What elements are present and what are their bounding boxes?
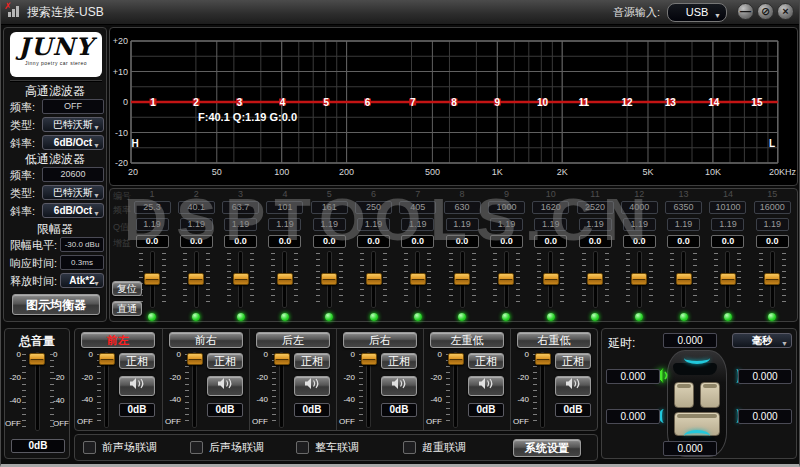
eq-band-gain-input[interactable]: 0.0 [667,235,700,248]
eq-band-gain-input[interactable]: 0.0 [180,235,213,248]
delay-rear-left-input[interactable]: 0.000 [606,409,660,424]
eq-band-slider[interactable] [587,273,603,285]
eq-band-slider[interactable] [233,273,249,285]
channel-label-button[interactable]: 左重低 [430,332,504,348]
eq-band-gain-input[interactable]: 0.0 [446,235,479,248]
eq-band-freq-input[interactable]: 161 [311,201,348,214]
delay-left-input[interactable]: 0.000 [606,369,660,384]
eq-band-freq-input[interactable]: 16000 [754,201,791,214]
checkbox[interactable] [83,441,96,454]
eq-band-freq-input[interactable]: 405 [399,201,436,214]
phase-button[interactable]: 正相 [468,353,504,369]
eq-band-gain-input[interactable]: 0.0 [136,235,169,248]
eq-band-freq-input[interactable]: 250 [355,201,392,214]
close-button[interactable]: × [777,3,794,20]
eq-band-q-input[interactable]: 1.19 [357,218,390,231]
delay-sub-input[interactable]: 0.000 [663,441,717,456]
eq-band-gain-input[interactable]: 0.0 [313,235,346,248]
eq-band-slider[interactable] [764,273,780,285]
mute-button[interactable] [119,376,155,396]
eq-band-q-input[interactable]: 1.19 [136,218,169,231]
channel-label-button[interactable]: 前右 [169,332,243,348]
channel-label-button[interactable]: 右重低 [517,332,591,348]
link-checkbox-1[interactable]: 前声场联调 [83,440,157,456]
hpf-type-dropdown[interactable]: 巴特沃斯▼ [42,117,104,132]
eq-band-slider[interactable] [676,273,692,285]
phase-button[interactable]: 正相 [555,353,591,369]
eq-band-gain-input[interactable]: 0.0 [534,235,567,248]
delay-unit-dropdown[interactable]: 毫秒 ▼ [732,333,792,348]
eq-band-slider[interactable] [498,273,514,285]
eq-band-freq-input[interactable]: 40.1 [178,201,215,214]
speaker-rear-left-icon[interactable] [659,409,669,423]
hpf-slope-dropdown[interactable]: 6dB/Oct▼ [42,135,104,150]
eq-band-slider[interactable] [188,273,204,285]
channel-label-button[interactable]: 前左 [81,332,155,348]
eq-band-freq-input[interactable]: 630 [444,201,481,214]
phase-button[interactable]: 正相 [207,353,243,369]
eq-band-q-input[interactable]: 1.19 [711,218,744,231]
channel-volume-slider[interactable] [535,353,551,365]
checkbox[interactable] [190,441,203,454]
graphic-eq-button[interactable]: 图示均衡器 [12,294,100,315]
delay-right-input[interactable]: 0.000 [738,369,792,384]
eq-band-slider[interactable] [410,273,426,285]
checkbox[interactable] [296,441,309,454]
eq-band-freq-input[interactable]: 25.3 [134,201,171,214]
channel-volume-slider[interactable] [448,353,464,365]
eq-band-slider[interactable] [144,273,160,285]
eq-band-gain-input[interactable]: 0.0 [490,235,523,248]
eq-band-freq-input[interactable]: 4000 [621,201,658,214]
eq-band-freq-input[interactable]: 2520 [577,201,614,214]
eq-band-freq-input[interactable]: 63.7 [222,201,259,214]
phase-button[interactable]: 正相 [294,353,330,369]
minimize-button[interactable]: — [737,3,754,20]
eq-band-q-input[interactable]: 1.19 [534,218,567,231]
eq-curve-graph[interactable]: +20+100-10-2020501002005001K2K5K10K20KHz… [109,27,798,186]
eq-band-gain-input[interactable]: 0.0 [623,235,656,248]
eq-band-slider[interactable] [454,273,470,285]
eq-band-freq-input[interactable]: 6350 [665,201,702,214]
channel-label-button[interactable]: 后左 [256,332,330,348]
eq-band-q-input[interactable]: 1.19 [623,218,656,231]
mute-button[interactable] [468,376,504,396]
channel-volume-slider[interactable] [99,353,115,365]
lpf-freq-input[interactable]: 20600 [42,167,104,182]
delay-rear-right-input[interactable]: 0.000 [738,409,792,424]
limiter-attack-input[interactable]: 0.3ms [60,255,104,270]
eq-band-slider[interactable] [720,273,736,285]
eq-band-freq-input[interactable]: 101 [266,201,303,214]
seat-front-left[interactable] [674,382,694,408]
eq-band-q-input[interactable]: 1.19 [224,218,257,231]
eq-band-gain-input[interactable]: 0.0 [224,235,257,248]
eq-band-gain-input[interactable]: 0.0 [268,235,301,248]
eq-reset-button[interactable]: 复位 [112,281,142,296]
eq-band-freq-input[interactable]: 1620 [532,201,569,214]
eq-band-slider[interactable] [321,273,337,285]
master-volume-slider[interactable] [29,353,45,365]
mute-button[interactable] [294,376,330,396]
eq-band-q-input[interactable]: 1.19 [446,218,479,231]
eq-bypass-button[interactable]: 直通 [112,301,142,316]
eq-band-q-input[interactable]: 1.19 [268,218,301,231]
eq-band-q-input[interactable]: 1.19 [490,218,523,231]
channel-volume-slider[interactable] [361,353,377,365]
disconnect-button[interactable]: ⊘ [757,3,774,20]
eq-band-q-input[interactable]: 1.19 [401,218,434,231]
eq-band-q-input[interactable]: 1.19 [579,218,612,231]
channel-label-button[interactable]: 后右 [343,332,417,348]
source-input-dropdown[interactable]: USB ▼ [667,3,727,22]
eq-band-freq-input[interactable]: 10100 [709,201,746,214]
system-settings-button[interactable]: 系统设置 [513,439,581,457]
hpf-freq-input[interactable]: OFF [42,99,104,114]
lpf-type-dropdown[interactable]: 巴特沃斯▼ [42,185,104,200]
link-checkbox-2[interactable]: 后声场联调 [190,440,264,456]
eq-band-gain-input[interactable]: 0.0 [579,235,612,248]
mute-button[interactable] [381,376,417,396]
limiter-release-dropdown[interactable]: Atk*2▼ [60,273,104,288]
channel-volume-slider[interactable] [274,353,290,365]
checkbox[interactable] [403,441,416,454]
eq-band-slider[interactable] [543,273,559,285]
link-checkbox-3[interactable]: 整车联调 [296,440,359,456]
eq-band-slider[interactable] [366,273,382,285]
